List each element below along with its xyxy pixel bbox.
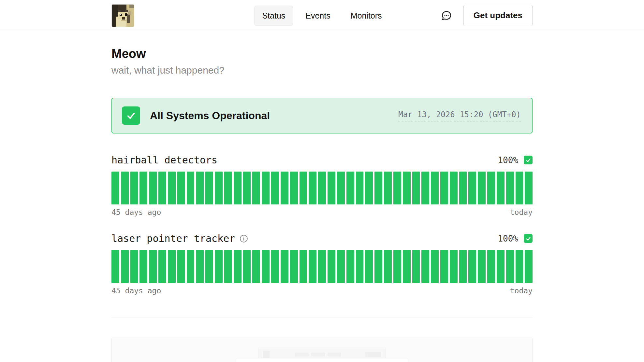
uptime-day-bar[interactable]: [139, 250, 147, 283]
uptime-day-bar[interactable]: [403, 172, 411, 204]
uptime-day-bar[interactable]: [187, 172, 195, 204]
uptime-day-bar[interactable]: [459, 172, 467, 204]
uptime-day-bar[interactable]: [374, 172, 382, 204]
uptime-day-bar[interactable]: [149, 250, 157, 283]
uptime-day-bar[interactable]: [497, 250, 505, 283]
feedback-chat-button[interactable]: [441, 10, 452, 21]
tab-events[interactable]: Events: [298, 6, 338, 25]
uptime-day-bar[interactable]: [121, 172, 129, 204]
uptime-day-bar[interactable]: [281, 172, 288, 204]
uptime-day-bar[interactable]: [440, 172, 448, 204]
uptime-day-bar[interactable]: [290, 172, 298, 204]
uptime-day-bar[interactable]: [384, 172, 392, 204]
uptime-day-bar[interactable]: [252, 172, 260, 204]
uptime-day-bar[interactable]: [525, 250, 533, 283]
uptime-day-bar[interactable]: [356, 172, 364, 204]
uptime-day-bar[interactable]: [234, 250, 242, 283]
uptime-day-bar[interactable]: [468, 172, 476, 204]
uptime-day-bar[interactable]: [328, 172, 335, 204]
uptime-day-bar[interactable]: [346, 172, 354, 204]
uptime-day-bar[interactable]: [356, 250, 364, 283]
monitor-laser-pointer-tracker: laser pointer tracker 100% 45 days ago: [111, 233, 533, 295]
uptime-day-bar[interactable]: [346, 250, 354, 283]
uptime-day-bar[interactable]: [271, 172, 279, 204]
uptime-day-bar[interactable]: [459, 250, 467, 283]
uptime-day-bar[interactable]: [431, 250, 439, 283]
uptime-day-bar[interactable]: [130, 250, 138, 283]
uptime-day-bar[interactable]: [300, 172, 307, 204]
uptime-day-bar[interactable]: [121, 250, 129, 283]
uptime-day-bar[interactable]: [337, 250, 345, 283]
uptime-day-bar[interactable]: [412, 172, 420, 204]
uptime-day-bar[interactable]: [215, 250, 223, 283]
uptime-day-bar[interactable]: [516, 250, 523, 283]
uptime-day-bar[interactable]: [149, 172, 157, 204]
uptime-day-bar[interactable]: [139, 172, 147, 204]
uptime-day-bar[interactable]: [262, 172, 270, 204]
status-timestamp[interactable]: Mar 13, 2026 15:20 (GMT+0): [398, 110, 521, 121]
uptime-day-bar[interactable]: [262, 250, 270, 283]
uptime-day-bar[interactable]: [309, 250, 316, 283]
uptime-day-bar[interactable]: [158, 250, 166, 283]
uptime-day-bar[interactable]: [130, 172, 138, 204]
uptime-day-bar[interactable]: [525, 172, 533, 204]
uptime-day-bar[interactable]: [177, 172, 185, 204]
uptime-day-bar[interactable]: [468, 250, 476, 283]
uptime-day-bar[interactable]: [243, 250, 251, 283]
uptime-day-bar[interactable]: [111, 172, 119, 204]
uptime-day-bar[interactable]: [384, 250, 392, 283]
info-icon[interactable]: [240, 234, 248, 243]
uptime-day-bar[interactable]: [487, 172, 495, 204]
uptime-day-bar[interactable]: [271, 250, 279, 283]
uptime-day-bar[interactable]: [168, 172, 176, 204]
uptime-day-bar[interactable]: [224, 250, 232, 283]
uptime-day-bar[interactable]: [506, 172, 514, 204]
uptime-day-bar[interactable]: [478, 172, 486, 204]
uptime-day-bar[interactable]: [374, 250, 382, 283]
uptime-day-bar[interactable]: [440, 250, 448, 283]
uptime-day-bar[interactable]: [365, 172, 373, 204]
uptime-day-bar[interactable]: [478, 250, 486, 283]
uptime-day-bar[interactable]: [187, 250, 195, 283]
uptime-day-bar[interactable]: [168, 250, 176, 283]
uptime-day-bar[interactable]: [516, 172, 523, 204]
uptime-day-bar[interactable]: [431, 172, 439, 204]
uptime-day-bar[interactable]: [412, 250, 420, 283]
uptime-day-bar[interactable]: [403, 250, 411, 283]
uptime-day-bar[interactable]: [318, 250, 326, 283]
uptime-day-bar[interactable]: [497, 172, 505, 204]
tab-status[interactable]: Status: [254, 6, 293, 25]
uptime-day-bar[interactable]: [421, 172, 429, 204]
uptime-day-bar[interactable]: [318, 172, 326, 204]
uptime-day-bar[interactable]: [393, 172, 401, 204]
uptime-day-bar[interactable]: [111, 250, 119, 283]
uptime-day-bar[interactable]: [421, 250, 429, 283]
uptime-day-bar[interactable]: [300, 250, 307, 283]
uptime-day-bar[interactable]: [365, 250, 373, 283]
uptime-day-bar[interactable]: [177, 250, 185, 283]
uptime-day-bar[interactable]: [205, 172, 213, 204]
range-end-label: today: [510, 208, 533, 216]
uptime-day-bar[interactable]: [290, 250, 298, 283]
uptime-day-bar[interactable]: [205, 250, 213, 283]
uptime-day-bar[interactable]: [196, 172, 204, 204]
uptime-day-bar[interactable]: [450, 250, 458, 283]
site-logo[interactable]: [111, 4, 134, 27]
uptime-day-bar[interactable]: [252, 250, 260, 283]
uptime-day-bar[interactable]: [158, 172, 166, 204]
uptime-day-bar[interactable]: [337, 172, 345, 204]
uptime-day-bar[interactable]: [196, 250, 204, 283]
uptime-day-bar[interactable]: [506, 250, 514, 283]
uptime-day-bar[interactable]: [243, 172, 251, 204]
uptime-day-bar[interactable]: [328, 250, 335, 283]
uptime-day-bar[interactable]: [309, 172, 316, 204]
uptime-day-bar[interactable]: [487, 250, 495, 283]
get-updates-button[interactable]: Get updates: [463, 5, 533, 26]
uptime-day-bar[interactable]: [224, 172, 232, 204]
tab-monitors[interactable]: Monitors: [343, 6, 390, 25]
uptime-day-bar[interactable]: [234, 172, 242, 204]
uptime-day-bar[interactable]: [215, 172, 223, 204]
uptime-day-bar[interactable]: [393, 250, 401, 283]
uptime-day-bar[interactable]: [281, 250, 288, 283]
uptime-day-bar[interactable]: [450, 172, 458, 204]
